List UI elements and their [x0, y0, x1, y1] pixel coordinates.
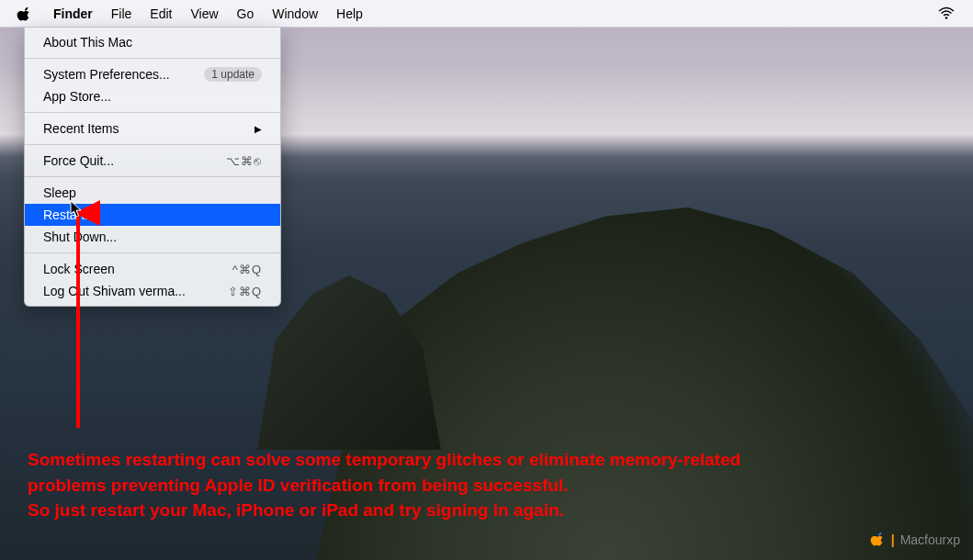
watermark-apple-icon [869, 531, 886, 549]
menubar-edit[interactable]: Edit [141, 1, 181, 27]
menu-separator [25, 112, 280, 113]
menu-about-mac-label: About This Mac [43, 35, 132, 50]
menu-recent-items[interactable]: Recent Items ▶ [25, 118, 280, 140]
annotation-line-2: problems preventing Apple ID verificatio… [28, 473, 945, 498]
menu-sleep-label: Sleep [43, 185, 76, 200]
menu-lock-screen[interactable]: Lock Screen ^⌘Q [25, 258, 280, 280]
submenu-arrow-icon: ▶ [255, 124, 262, 134]
menubar-file[interactable]: File [102, 1, 141, 27]
apple-menu-dropdown: About This Mac System Preferences... 1 u… [24, 28, 281, 307]
annotation-line-3: So just restart your Mac, iPhone or iPad… [28, 498, 945, 523]
svg-point-0 [945, 17, 948, 19]
menu-separator [25, 58, 280, 59]
annotation-line-1: Sometimes restarting can solve some temp… [28, 447, 945, 473]
menu-separator [25, 144, 280, 145]
menu-update-badge: 1 update [204, 67, 262, 82]
menu-restart[interactable]: Restart... [25, 204, 280, 226]
menu-logout-label: Log Out Shivam verma... [43, 284, 186, 298]
wifi-icon[interactable] [938, 6, 955, 22]
menubar-view[interactable]: View [181, 1, 227, 27]
menu-separator [25, 176, 280, 177]
menubar-app-name[interactable]: Finder [44, 1, 102, 27]
menu-system-preferences-label: System Preferences... [43, 67, 170, 82]
apple-logo-icon[interactable] [17, 6, 31, 21]
menu-logout[interactable]: Log Out Shivam verma... ⇧⌘Q [25, 280, 280, 302]
menubar-help[interactable]: Help [327, 1, 372, 27]
menu-lock-screen-label: Lock Screen [43, 262, 115, 276]
menu-shutdown-label: Shut Down... [43, 230, 117, 244]
menubar: Finder File Edit View Go Window Help [0, 0, 973, 28]
menu-recent-items-label: Recent Items [43, 121, 119, 136]
menu-force-quit[interactable]: Force Quit... ⌥⌘⎋ [25, 150, 280, 172]
menu-about-mac[interactable]: About This Mac [25, 31, 280, 53]
menu-shutdown[interactable]: Shut Down... [25, 226, 280, 248]
menubar-right-section [938, 6, 964, 22]
menu-logout-shortcut: ⇧⌘Q [228, 285, 262, 298]
menu-restart-label: Restart... [43, 207, 96, 222]
watermark: | Macfourxp [869, 531, 960, 549]
watermark-text: Macfourxp [900, 532, 960, 547]
menu-force-quit-label: Force Quit... [43, 153, 114, 168]
annotation-caption: Sometimes restarting can solve some temp… [28, 447, 945, 523]
menu-app-store[interactable]: App Store... [25, 85, 280, 107]
menu-force-quit-shortcut: ⌥⌘⎋ [226, 154, 262, 168]
menu-separator [25, 252, 280, 253]
menu-lock-screen-shortcut: ^⌘Q [232, 263, 262, 276]
menubar-go[interactable]: Go [228, 1, 264, 27]
menu-sleep[interactable]: Sleep [25, 182, 280, 204]
menu-app-store-label: App Store... [43, 89, 111, 104]
wallpaper-island-rock [257, 266, 441, 450]
menubar-window[interactable]: Window [263, 1, 327, 27]
menu-system-preferences[interactable]: System Preferences... 1 update [25, 63, 280, 85]
watermark-divider: | [891, 532, 895, 547]
